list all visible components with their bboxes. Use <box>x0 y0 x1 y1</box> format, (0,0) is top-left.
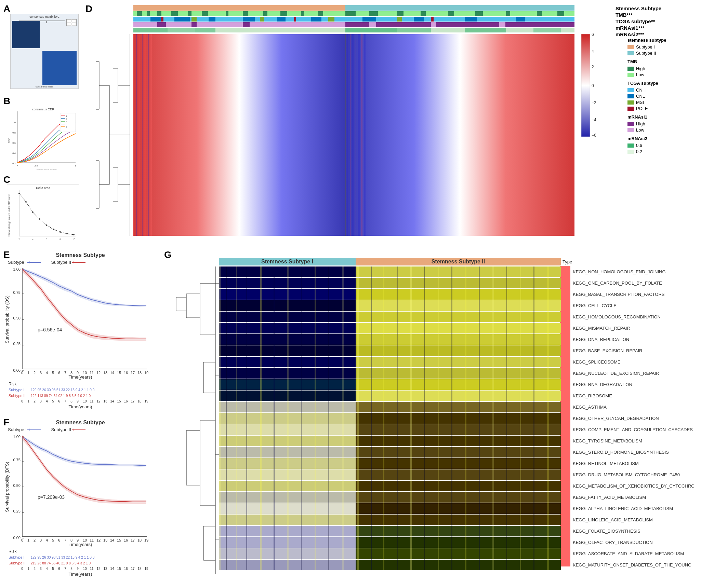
panel-e-risk2-label: Subtype II <box>9 394 26 398</box>
kegg-rows-dna <box>219 266 561 570</box>
svg-rect-47 <box>345 5 574 11</box>
svg-rect-373 <box>315 266 316 570</box>
svg-rect-135 <box>352 34 354 236</box>
svg-rect-354 <box>356 503 561 514</box>
panel-f-svg: Stemness Subtype Subtype I + Subtype II … <box>3 417 157 584</box>
svg-text:CDF: CDF <box>8 138 11 143</box>
svg-text:15: 15 <box>117 371 121 375</box>
svg-rect-124 <box>345 34 574 236</box>
svg-rect-54 <box>202 11 208 16</box>
svg-rect-366 <box>226 266 227 570</box>
svg-text:2: 2 <box>34 399 36 403</box>
svg-text:14: 14 <box>110 538 114 542</box>
legend-tmb-low: Low <box>627 72 689 77</box>
svg-text:3: 3 <box>40 538 42 542</box>
svg-text:5: 5 <box>52 371 54 375</box>
svg-text:KEGG_OTHER_GLYCAN_DEGRADATION: KEGG_OTHER_GLYCAN_DEGRADATION <box>573 416 659 421</box>
svg-text:Subtype I: Subtype I <box>8 427 27 432</box>
svg-text:17: 17 <box>131 567 135 571</box>
legend-mrnasi1-title: mRNAsi1 <box>627 114 689 120</box>
legend-mrnasi1-high: High <box>627 121 689 126</box>
svg-text:KEGG_RNA_DEGRADATION: KEGG_RNA_DEGRADATION <box>573 382 632 387</box>
cm-icon <box>66 19 77 26</box>
svg-rect-328 <box>356 357 561 367</box>
svg-rect-284 <box>560 266 570 566</box>
svg-text:1.0: 1.0 <box>12 121 16 124</box>
svg-text:17: 17 <box>131 399 135 403</box>
svg-rect-320 <box>356 312 561 322</box>
legend-cnh-label: CNH <box>636 87 646 93</box>
svg-rect-65 <box>448 11 454 16</box>
panel-a-label: A <box>3 3 10 14</box>
svg-rect-314 <box>356 278 561 288</box>
svg-rect-386 <box>492 266 494 570</box>
svg-rect-80 <box>516 17 525 22</box>
svg-text:7: 7 <box>64 538 66 542</box>
svg-rect-1 <box>72 20 76 22</box>
svg-rect-87 <box>431 17 434 22</box>
svg-text:KEGG_BASE_EXCISION_REPAIR: KEGG_BASE_EXCISION_REPAIR <box>573 348 643 353</box>
svg-text:Time(years): Time(years) <box>69 542 92 547</box>
svg-text:KEGG_METABOLISM_OF_XENOBIOTICS: KEGG_METABOLISM_OF_XENOBIOTICS_BY_CYTOCH… <box>573 483 694 489</box>
svg-text:19: 19 <box>144 371 148 375</box>
svg-text:6: 6 <box>58 538 60 542</box>
svg-rect-382 <box>438 266 439 570</box>
svg-rect-138 <box>361 34 362 236</box>
svg-rect-318 <box>356 300 561 311</box>
svg-point-34 <box>46 224 47 226</box>
svg-rect-316 <box>356 289 561 300</box>
svg-text:2: 2 <box>592 65 594 69</box>
svg-rect-67 <box>506 11 510 16</box>
panel-e: E Stemness Subtype Subtype I + Subtype I… <box>3 249 157 417</box>
panel-d: D Stemness Subtype TMB*** TCGA subtype**… <box>85 3 694 246</box>
svg-rect-103 <box>533 28 561 32</box>
svg-rect-100 <box>345 28 397 32</box>
svg-text:17: 17 <box>131 538 135 542</box>
svg-text:219 23 88 74 56 40 21 9  8  6 : 219 23 88 74 56 40 21 9 8 6 5 4 3 2 1 0 <box>31 561 91 565</box>
svg-text:−2: −2 <box>592 100 596 105</box>
legend-stemness-title: stemness subtype <box>627 38 689 43</box>
panel-g-svg: Stemness Subtype I Stemness Subtype II T… <box>164 249 694 584</box>
svg-text:KEGG_ALPHA_LINOLENIC_ACID_META: KEGG_ALPHA_LINOLENIC_ACID_METABOLISM <box>573 506 673 511</box>
svg-text:+: + <box>28 427 31 432</box>
legend-tcga-title: TCGA subtype <box>627 81 689 86</box>
svg-text:6: 6 <box>58 371 60 375</box>
svg-text:0.50: 0.50 <box>13 316 21 320</box>
svg-text:KEGG_HOMOLOGOUS_RECOMBINATION: KEGG_HOMOLOGOUS_RECOMBINATION <box>573 314 661 319</box>
svg-rect-139 <box>364 34 366 236</box>
svg-text:0.4: 0.4 <box>12 152 16 154</box>
svg-text:0.2: 0.2 <box>12 162 16 165</box>
panel-b: B consensus CDF 0.2 0.4 0.6 0.8 1.0 0 0.… <box>3 96 82 171</box>
svg-text:0: 0 <box>21 538 23 542</box>
svg-text:KEGG_MATURITY_ONSET_DIABETES_O: KEGG_MATURITY_ONSET_DIABETES_OF_THE_YOUN… <box>573 562 691 568</box>
svg-text:0.6: 0.6 <box>12 142 16 144</box>
svg-point-31 <box>25 201 27 203</box>
svg-text:0: 0 <box>21 399 23 403</box>
svg-rect-342 <box>356 436 561 446</box>
svg-text:19: 19 <box>144 567 148 571</box>
svg-text:14: 14 <box>110 399 114 403</box>
svg-rect-0 <box>67 20 71 22</box>
svg-text:16: 16 <box>124 567 128 571</box>
panel-a-title: consensus matrix k=2 <box>11 14 78 18</box>
svg-text:1: 1 <box>75 165 76 167</box>
svg-text:Subtype I: Subtype I <box>8 260 27 265</box>
panel-e-svg: Stemness Subtype Subtype I + Subtype II … <box>3 249 157 417</box>
svg-rect-102 <box>465 28 506 32</box>
svg-rect-326 <box>356 345 561 356</box>
legend-mrnasi1-low-label: Low <box>636 127 644 133</box>
legend-mrnasi2-title: mRNAsi2 <box>627 136 689 141</box>
svg-rect-91 <box>191 22 197 27</box>
tmb-label: TMB*** <box>616 12 691 18</box>
svg-rect-51 <box>157 11 161 16</box>
svg-text:KEGG_MISMATCH_REPAIR: KEGG_MISMATCH_REPAIR <box>573 326 630 331</box>
svg-text:14: 14 <box>110 567 114 571</box>
cm-block-topleft <box>12 21 40 48</box>
svg-rect-365 <box>219 266 221 570</box>
cm-block-bottomright <box>42 51 77 85</box>
svg-rect-77 <box>362 17 376 22</box>
svg-rect-344 <box>356 447 561 457</box>
svg-rect-46 <box>133 5 345 11</box>
svg-rect-352 <box>356 492 561 503</box>
svg-text:KEGG_RETINOL_METABOLISM: KEGG_RETINOL_METABOLISM <box>573 461 639 466</box>
